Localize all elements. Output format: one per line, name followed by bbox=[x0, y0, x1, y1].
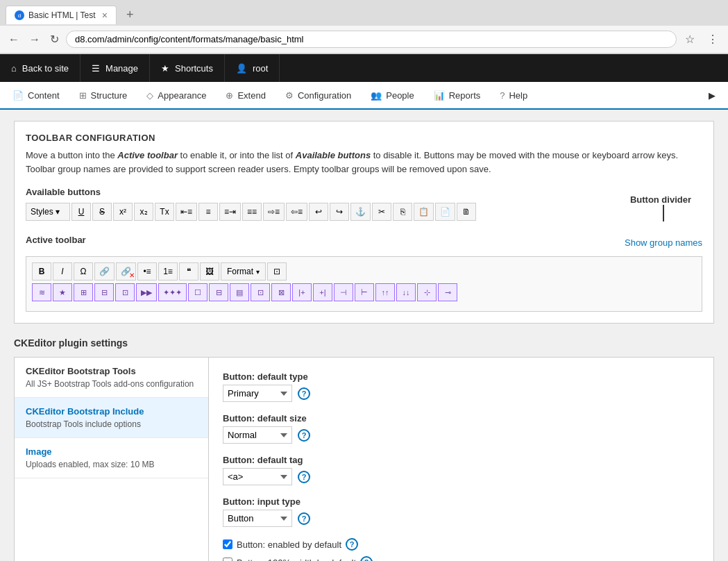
redo-btn[interactable]: ↪ bbox=[330, 203, 349, 221]
align-left-btn[interactable]: ≡ bbox=[198, 203, 218, 221]
input-type-help-icon[interactable]: ? bbox=[298, 512, 310, 525]
bootstrap-btn-7[interactable]: ✦✦✦ bbox=[158, 283, 187, 301]
bootstrap-btn-4[interactable]: ⊟ bbox=[94, 283, 114, 301]
default-tag-row: <a> <button> <input> ? bbox=[223, 468, 700, 485]
unlink-btn[interactable]: 🔗✕ bbox=[116, 262, 136, 280]
back-to-site-link[interactable]: ⌂ Back to site bbox=[0, 54, 81, 82]
shortcuts-link[interactable]: ★ Shortcuts bbox=[150, 54, 225, 82]
anchor-btn[interactable]: ⚓ bbox=[350, 203, 371, 221]
bootstrap-btn-11[interactable]: ⊡ bbox=[251, 283, 270, 301]
bootstrap-btn-18[interactable]: ↓↓ bbox=[396, 283, 416, 301]
forward-button[interactable]: → bbox=[26, 31, 43, 49]
bootstrap-btn-2[interactable]: ★ bbox=[53, 283, 72, 301]
align-justify-btn[interactable]: ≡≡ bbox=[242, 203, 262, 221]
bootstrap-btn-17[interactable]: ↑↑ bbox=[375, 283, 395, 301]
bootstrap-btn-12[interactable]: ⊠ bbox=[271, 283, 291, 301]
paste-btn[interactable]: 📋 bbox=[414, 203, 434, 221]
enabled-by-default-checkbox[interactable] bbox=[223, 539, 232, 549]
paste-text-btn[interactable]: 📄 bbox=[435, 203, 455, 221]
numbered-list-btn[interactable]: 1≡ bbox=[158, 262, 178, 280]
nav-reports-label: Reports bbox=[449, 90, 481, 101]
bullet-list-btn[interactable]: •≡ bbox=[137, 262, 157, 280]
close-tab-button[interactable]: × bbox=[102, 10, 108, 21]
cut-btn[interactable]: ✂ bbox=[372, 203, 391, 221]
show-group-names-link[interactable]: Show group names bbox=[625, 237, 702, 248]
bootstrap-btn-8[interactable]: ☐ bbox=[188, 283, 208, 301]
reload-button[interactable]: ↻ bbox=[47, 30, 62, 49]
strikethrough-btn[interactable]: S bbox=[92, 203, 112, 221]
input-type-field: Button: input type Button Submit Reset ? bbox=[223, 496, 700, 527]
width-100-checkbox[interactable] bbox=[223, 558, 232, 561]
indent-btn[interactable]: ⇨≡ bbox=[263, 203, 285, 221]
nav-appearance[interactable]: ◇ Appearance bbox=[137, 82, 216, 108]
default-size-field: Button: default size Normal Large Small … bbox=[223, 413, 700, 444]
active-toolbar-row-2: ≋ ★ ⊞ ⊟ ⊡ ▶▶ ✦✦✦ ☐ ⊟ ▤ ⊡ ⊠ |+ +| ⊣ ⊢ ↑↑ bbox=[32, 283, 696, 301]
remove-format-btn[interactable]: Tx bbox=[155, 203, 174, 221]
nav-configuration[interactable]: ⚙ Configuration bbox=[276, 82, 361, 108]
nav-help[interactable]: ? Help bbox=[490, 82, 537, 108]
indent-right-btn[interactable]: ≡⇥ bbox=[219, 203, 241, 221]
default-type-select[interactable]: Primary Default Success Info Warning Dan… bbox=[223, 385, 292, 402]
italic-btn[interactable]: I bbox=[53, 262, 72, 280]
plugin-image-desc: Uploads enabled, max size: 10 MB bbox=[26, 460, 197, 469]
nav-reports[interactable]: 📊 Reports bbox=[424, 82, 491, 108]
bootstrap-btn-16[interactable]: ⊢ bbox=[355, 283, 374, 301]
menu-button[interactable]: ⋮ bbox=[703, 30, 722, 49]
plugin-sidebar-item-bootstrap-include[interactable]: CKEditor Bootstrap Include Bootstrap Too… bbox=[15, 398, 208, 438]
admin-toolbar: ⌂ Back to site ☰ Manage ★ Shortcuts 👤 ro… bbox=[0, 54, 728, 82]
image-btn[interactable]: 🖼 bbox=[200, 262, 219, 280]
link-btn[interactable]: 🔗 bbox=[94, 262, 115, 280]
bold-btn[interactable]: B bbox=[32, 262, 51, 280]
bootstrap-btn-9[interactable]: ⊟ bbox=[209, 283, 228, 301]
default-tag-select[interactable]: <a> <button> <input> bbox=[223, 468, 292, 485]
root-link[interactable]: 👤 root bbox=[225, 54, 280, 82]
indent-left-btn[interactable]: ⇤≡ bbox=[176, 203, 197, 221]
bootstrap-btn-14[interactable]: +| bbox=[313, 283, 332, 301]
default-tag-label: Button: default tag bbox=[223, 455, 700, 465]
default-type-help-icon[interactable]: ? bbox=[298, 387, 310, 400]
default-size-help-icon[interactable]: ? bbox=[298, 429, 310, 442]
manage-link[interactable]: ☰ Manage bbox=[81, 54, 150, 82]
default-tag-help-icon[interactable]: ? bbox=[298, 471, 310, 483]
address-bar[interactable] bbox=[66, 31, 677, 48]
toolbar-config-description: Move a button into the Active toolbar to… bbox=[26, 149, 702, 176]
bookmark-button[interactable]: ☆ bbox=[681, 30, 699, 49]
subscript-btn[interactable]: x₂ bbox=[134, 203, 153, 221]
source-btn[interactable]: ⊡ bbox=[267, 262, 287, 280]
bootstrap-btn-3[interactable]: ⊞ bbox=[74, 283, 93, 301]
button-divider-area: Button divider bbox=[630, 194, 702, 221]
nav-content[interactable]: 📄 Content bbox=[3, 82, 69, 108]
width-100-help-icon[interactable]: ? bbox=[360, 556, 373, 561]
copy-btn[interactable]: ⎘ bbox=[393, 203, 412, 221]
bootstrap-btn-6[interactable]: ▶▶ bbox=[136, 283, 157, 301]
bootstrap-btn-19[interactable]: ⊹ bbox=[417, 283, 437, 301]
bootstrap-btn-1[interactable]: ≋ bbox=[32, 283, 51, 301]
bootstrap-btn-10[interactable]: ▤ bbox=[230, 283, 249, 301]
styles-dropdown-btn[interactable]: Styles ▾ bbox=[26, 203, 70, 221]
bootstrap-btn-20[interactable]: ⊸ bbox=[438, 283, 457, 301]
paste-word-btn[interactable]: 🗎 bbox=[457, 203, 476, 221]
special-char-btn[interactable]: Ω bbox=[74, 262, 93, 280]
default-size-select[interactable]: Normal Large Small Extra Small bbox=[223, 426, 292, 444]
bootstrap-btn-5[interactable]: ⊡ bbox=[115, 283, 135, 301]
menu-icon: ☰ bbox=[92, 63, 100, 74]
back-button[interactable]: ← bbox=[6, 31, 22, 49]
format-dropdown-btn[interactable]: Format bbox=[221, 262, 266, 280]
underline-btn[interactable]: U bbox=[71, 203, 91, 221]
nav-people[interactable]: 👥 People bbox=[361, 82, 423, 108]
undo-btn[interactable]: ↩ bbox=[309, 203, 328, 221]
blockquote-btn[interactable]: ❝ bbox=[179, 262, 198, 280]
nav-extend[interactable]: ⊕ Extend bbox=[216, 82, 275, 108]
bootstrap-btn-15[interactable]: ⊣ bbox=[334, 283, 353, 301]
enabled-by-default-help-icon[interactable]: ? bbox=[346, 538, 358, 551]
new-tab-button[interactable]: + bbox=[119, 4, 141, 26]
active-toolbar-row-1: B I Ω 🔗 🔗✕ •≡ 1≡ ❝ 🖼 Format ⊡ bbox=[32, 262, 696, 280]
plugin-sidebar-item-bootstrap-tools[interactable]: CKEditor Bootstrap Tools All JS+ Bootstr… bbox=[15, 358, 208, 398]
nav-more[interactable]: ▶ bbox=[699, 82, 725, 108]
nav-structure[interactable]: ⊞ Structure bbox=[69, 82, 137, 108]
outdent-btn[interactable]: ⇦≡ bbox=[286, 203, 307, 221]
plugin-sidebar-item-image[interactable]: Image Uploads enabled, max size: 10 MB bbox=[15, 438, 208, 478]
superscript-btn[interactable]: x² bbox=[113, 203, 133, 221]
bootstrap-btn-13[interactable]: |+ bbox=[292, 283, 312, 301]
input-type-select[interactable]: Button Submit Reset bbox=[223, 510, 292, 527]
